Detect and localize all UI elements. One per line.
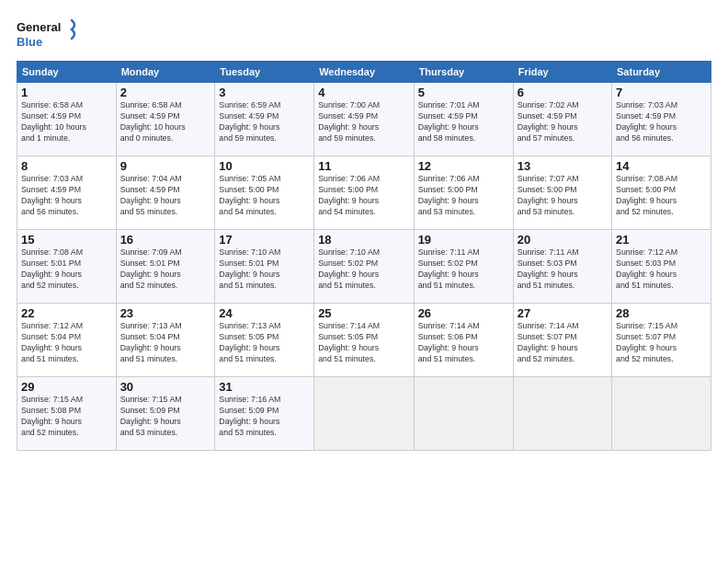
calendar-cell: 21Sunrise: 7:12 AM Sunset: 5:03 PM Dayli… [612, 230, 711, 304]
day-info: Sunrise: 7:02 AM Sunset: 4:59 PM Dayligh… [518, 100, 608, 144]
svg-text:Blue: Blue [17, 35, 42, 49]
day-info: Sunrise: 7:12 AM Sunset: 5:03 PM Dayligh… [616, 247, 707, 292]
calendar-week-2: 8Sunrise: 7:03 AM Sunset: 4:59 PM Daylig… [17, 156, 711, 230]
day-info: Sunrise: 7:09 AM Sunset: 5:01 PM Dayligh… [120, 247, 211, 292]
svg-text:General: General [17, 20, 61, 34]
calendar-week-5: 29Sunrise: 7:15 AM Sunset: 5:08 PM Dayli… [17, 377, 711, 451]
calendar-cell: 9Sunrise: 7:04 AM Sunset: 4:59 PM Daylig… [116, 156, 215, 230]
day-number: 13 [518, 159, 608, 173]
day-number: 16 [120, 233, 211, 247]
day-info: Sunrise: 7:06 AM Sunset: 5:00 PM Dayligh… [318, 174, 409, 218]
day-info: Sunrise: 6:58 AM Sunset: 4:59 PM Dayligh… [120, 100, 211, 144]
day-info: Sunrise: 7:08 AM Sunset: 5:01 PM Dayligh… [21, 247, 112, 292]
day-info: Sunrise: 7:14 AM Sunset: 5:07 PM Dayligh… [518, 321, 608, 365]
calendar-cell [612, 377, 711, 451]
day-info: Sunrise: 7:10 AM Sunset: 5:02 PM Dayligh… [318, 247, 409, 292]
day-number: 8 [21, 159, 112, 173]
header-cell-sunday: Sunday [17, 62, 117, 83]
calendar-week-1: 1Sunrise: 6:58 AM Sunset: 4:59 PM Daylig… [17, 83, 711, 156]
day-number: 29 [21, 380, 112, 394]
calendar-cell: 14Sunrise: 7:08 AM Sunset: 5:00 PM Dayli… [612, 156, 711, 230]
calendar-cell [314, 377, 414, 451]
calendar-cell: 16Sunrise: 7:09 AM Sunset: 5:01 PM Dayli… [116, 230, 215, 304]
day-number: 25 [318, 306, 409, 320]
calendar-cell: 20Sunrise: 7:11 AM Sunset: 5:03 PM Dayli… [513, 230, 611, 304]
day-number: 5 [418, 86, 509, 99]
calendar-cell: 1Sunrise: 6:58 AM Sunset: 4:59 PM Daylig… [17, 83, 117, 156]
calendar-cell: 19Sunrise: 7:11 AM Sunset: 5:02 PM Dayli… [414, 230, 513, 304]
day-number: 30 [120, 380, 211, 394]
header-cell-monday: Monday [116, 62, 215, 83]
day-info: Sunrise: 7:04 AM Sunset: 4:59 PM Dayligh… [120, 174, 211, 218]
calendar-cell: 8Sunrise: 7:03 AM Sunset: 4:59 PM Daylig… [17, 156, 117, 230]
day-number: 14 [616, 159, 707, 173]
day-info: Sunrise: 7:15 AM Sunset: 5:08 PM Dayligh… [21, 395, 112, 439]
day-number: 4 [318, 86, 409, 99]
calendar-cell: 15Sunrise: 7:08 AM Sunset: 5:01 PM Dayli… [17, 230, 117, 304]
day-info: Sunrise: 7:15 AM Sunset: 5:07 PM Dayligh… [616, 321, 707, 365]
day-number: 27 [518, 306, 608, 320]
day-info: Sunrise: 7:03 AM Sunset: 4:59 PM Dayligh… [21, 174, 112, 218]
day-number: 15 [21, 233, 112, 247]
day-number: 10 [219, 159, 310, 173]
day-number: 21 [616, 233, 707, 247]
day-info: Sunrise: 7:10 AM Sunset: 5:01 PM Dayligh… [219, 247, 310, 292]
calendar-cell: 18Sunrise: 7:10 AM Sunset: 5:02 PM Dayli… [314, 230, 414, 304]
calendar-table: SundayMondayTuesdayWednesdayThursdayFrid… [17, 61, 711, 451]
day-number: 23 [120, 306, 211, 320]
header-cell-tuesday: Tuesday [215, 62, 314, 83]
day-number: 31 [219, 380, 310, 394]
calendar-cell: 23Sunrise: 7:13 AM Sunset: 5:04 PM Dayli… [116, 304, 215, 377]
day-number: 20 [518, 233, 608, 247]
day-info: Sunrise: 7:08 AM Sunset: 5:00 PM Dayligh… [616, 174, 707, 218]
calendar-cell: 5Sunrise: 7:01 AM Sunset: 4:59 PM Daylig… [414, 83, 513, 156]
calendar-cell [513, 377, 611, 451]
calendar-week-4: 22Sunrise: 7:12 AM Sunset: 5:04 PM Dayli… [17, 304, 711, 377]
day-info: Sunrise: 7:15 AM Sunset: 5:09 PM Dayligh… [120, 395, 211, 439]
day-number: 12 [418, 159, 509, 173]
day-info: Sunrise: 7:13 AM Sunset: 5:04 PM Dayligh… [120, 321, 211, 365]
day-number: 19 [418, 233, 509, 247]
header-cell-wednesday: Wednesday [314, 62, 414, 83]
calendar-cell: 13Sunrise: 7:07 AM Sunset: 5:00 PM Dayli… [513, 156, 611, 230]
day-info: Sunrise: 7:05 AM Sunset: 5:00 PM Dayligh… [219, 174, 310, 218]
calendar-cell: 4Sunrise: 7:00 AM Sunset: 4:59 PM Daylig… [314, 83, 414, 156]
calendar-cell: 28Sunrise: 7:15 AM Sunset: 5:07 PM Dayli… [612, 304, 711, 377]
calendar-cell: 27Sunrise: 7:14 AM Sunset: 5:07 PM Dayli… [513, 304, 611, 377]
day-number: 9 [120, 159, 211, 173]
day-info: Sunrise: 6:59 AM Sunset: 4:59 PM Dayligh… [219, 100, 310, 144]
day-number: 26 [418, 306, 509, 320]
calendar-cell: 11Sunrise: 7:06 AM Sunset: 5:00 PM Dayli… [314, 156, 414, 230]
header-cell-friday: Friday [513, 62, 611, 83]
calendar-cell: 31Sunrise: 7:16 AM Sunset: 5:09 PM Dayli… [215, 377, 314, 451]
calendar-week-3: 15Sunrise: 7:08 AM Sunset: 5:01 PM Dayli… [17, 230, 711, 304]
day-number: 11 [318, 159, 409, 173]
day-number: 18 [318, 233, 409, 247]
day-info: Sunrise: 7:00 AM Sunset: 4:59 PM Dayligh… [318, 100, 409, 144]
day-number: 2 [120, 86, 211, 99]
day-number: 3 [219, 86, 310, 99]
day-info: Sunrise: 7:11 AM Sunset: 5:02 PM Dayligh… [418, 247, 509, 292]
header-cell-saturday: Saturday [612, 62, 711, 83]
day-number: 24 [219, 306, 310, 320]
calendar-cell: 25Sunrise: 7:14 AM Sunset: 5:05 PM Dayli… [314, 304, 414, 377]
calendar-cell: 17Sunrise: 7:10 AM Sunset: 5:01 PM Dayli… [215, 230, 314, 304]
header: General Blue [17, 17, 711, 52]
calendar-cell: 30Sunrise: 7:15 AM Sunset: 5:09 PM Dayli… [116, 377, 215, 451]
day-info: Sunrise: 7:14 AM Sunset: 5:06 PM Dayligh… [418, 321, 509, 365]
calendar-cell: 26Sunrise: 7:14 AM Sunset: 5:06 PM Dayli… [414, 304, 513, 377]
day-number: 1 [21, 86, 112, 99]
calendar-cell: 6Sunrise: 7:02 AM Sunset: 4:59 PM Daylig… [513, 83, 611, 156]
page: General Blue SundayMondayTuesdayWednesda… [0, 0, 728, 460]
calendar-cell: 7Sunrise: 7:03 AM Sunset: 4:59 PM Daylig… [612, 83, 711, 156]
day-info: Sunrise: 7:14 AM Sunset: 5:05 PM Dayligh… [318, 321, 409, 365]
logo-svg: General Blue [17, 17, 81, 52]
calendar-header-row: SundayMondayTuesdayWednesdayThursdayFrid… [17, 62, 711, 83]
calendar-cell: 2Sunrise: 6:58 AM Sunset: 4:59 PM Daylig… [116, 83, 215, 156]
day-info: Sunrise: 6:58 AM Sunset: 4:59 PM Dayligh… [21, 100, 112, 144]
calendar-cell: 24Sunrise: 7:13 AM Sunset: 5:05 PM Dayli… [215, 304, 314, 377]
calendar-cell: 29Sunrise: 7:15 AM Sunset: 5:08 PM Dayli… [17, 377, 117, 451]
day-info: Sunrise: 7:03 AM Sunset: 4:59 PM Dayligh… [616, 100, 707, 144]
day-info: Sunrise: 7:01 AM Sunset: 4:59 PM Dayligh… [418, 100, 509, 144]
day-number: 28 [616, 306, 707, 320]
